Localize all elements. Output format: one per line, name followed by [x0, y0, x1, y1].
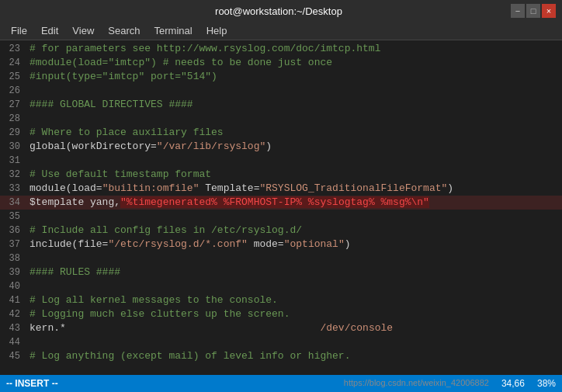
- table-row: 43 kern.* /dev/console: [0, 321, 562, 335]
- table-row: 28: [0, 112, 562, 126]
- table-row: 39 #### RULES ####: [0, 265, 562, 279]
- minimize-button[interactable]: −: [511, 4, 525, 18]
- table-row: 41 # Log all kernel messages to the cons…: [0, 293, 562, 307]
- table-row: 36 # Include all config files in /etc/rs…: [0, 224, 562, 238]
- table-row: 23 # for parameters see http://www.rsysl…: [0, 42, 562, 56]
- table-row: 42 # Logging much else clutters up the s…: [0, 307, 562, 321]
- table-row: 29 # Where to place auxiliary files: [0, 126, 562, 140]
- menu-bar: File Edit View Search Terminal Help: [0, 22, 562, 40]
- table-row: 33 module(load="builtin:omfile" Template…: [0, 182, 562, 196]
- table-row: 44: [0, 335, 562, 349]
- close-button[interactable]: ×: [542, 4, 556, 18]
- table-row: 34 $template yang,"%timegenerated% %FROM…: [0, 196, 562, 210]
- window-title: root@workstation:~/Desktop: [47, 5, 511, 17]
- editor-area[interactable]: 23 # for parameters see http://www.rsysl…: [0, 40, 562, 375]
- menu-view[interactable]: View: [66, 24, 100, 37]
- menu-edit[interactable]: Edit: [35, 24, 64, 37]
- vim-mode: -- INSERT --: [6, 378, 58, 389]
- menu-terminal[interactable]: Terminal: [148, 24, 199, 37]
- status-bar: -- INSERT -- https://blog.csdn.net/weixi…: [0, 375, 562, 392]
- scroll-percent: 38%: [537, 378, 556, 389]
- table-row: 45 # Log anything (except mail) of level…: [0, 349, 562, 363]
- window-controls[interactable]: − □ ×: [511, 4, 562, 18]
- table-row: 38: [0, 252, 562, 265]
- menu-search[interactable]: Search: [102, 24, 146, 37]
- table-row: 37 include(file="/etc/rsyslog.d/*.conf" …: [0, 238, 562, 252]
- table-row: 26: [0, 84, 562, 98]
- table-row: 32 # Use default timestamp format: [0, 168, 562, 182]
- table-row: 27 #### GLOBAL DIRECTIVES ####: [0, 98, 562, 112]
- title-bar: root@workstation:~/Desktop − □ ×: [0, 0, 562, 22]
- table-row: 25 #input(type="imtcp" port="514"): [0, 70, 562, 84]
- maximize-button[interactable]: □: [526, 4, 540, 18]
- table-row: 24 #module(load="imtcp") # needs to be d…: [0, 56, 562, 70]
- table-row: 31: [0, 154, 562, 168]
- watermark: https://blog.csdn.net/weixin_42006882: [344, 378, 489, 389]
- menu-file[interactable]: File: [5, 24, 33, 37]
- cursor-position: 34,66: [501, 378, 525, 389]
- table-row: 30 global(workDirectory="/var/lib/rsyslo…: [0, 140, 562, 154]
- status-right: https://blog.csdn.net/weixin_42006882 34…: [344, 378, 556, 389]
- menu-help[interactable]: Help: [200, 24, 234, 37]
- table-row: 40: [0, 279, 562, 293]
- table-row: 35: [0, 210, 562, 224]
